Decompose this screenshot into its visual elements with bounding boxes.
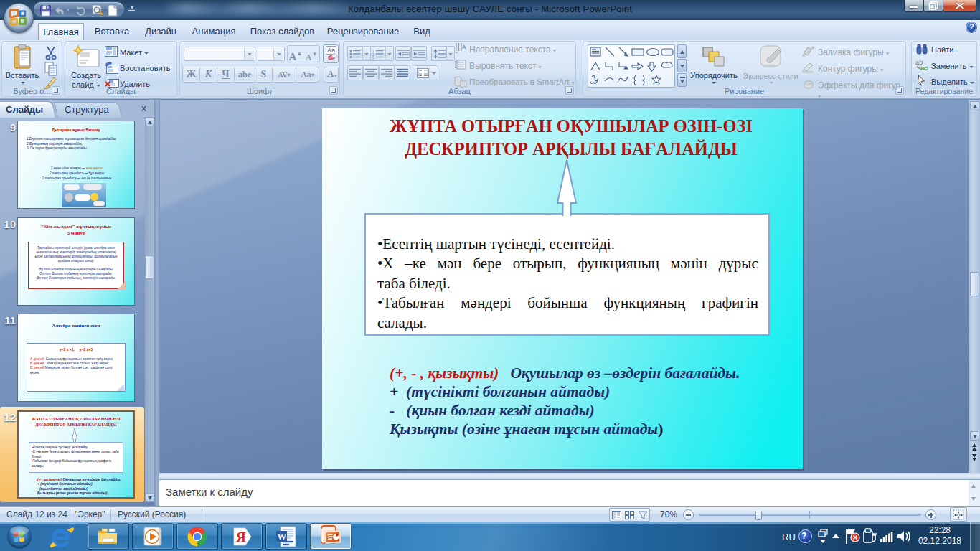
svg-text:Я: Я <box>236 529 246 545</box>
svg-text:3: 3 <box>372 55 374 59</box>
svg-text:W: W <box>277 531 286 542</box>
svg-text:А: А <box>462 44 466 50</box>
svg-text:ac: ac <box>920 65 928 71</box>
